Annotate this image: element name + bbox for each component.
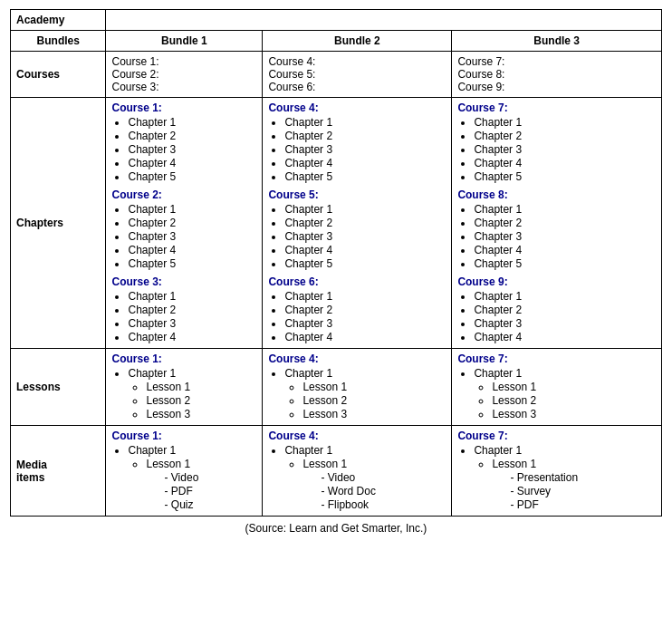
list-item: Lesson 2 — [302, 394, 446, 407]
lessons-row: Lessons Course 1: Chapter 1 Lesson 1 Les… — [11, 349, 662, 426]
bundles-header-row: Bundles Bundle 1 Bundle 2 Bundle 3 — [11, 31, 662, 52]
bundle3-header: Bundle 3 — [452, 31, 662, 52]
list-item: Chapter 2 — [128, 217, 256, 229]
lessons-b2-outer: Chapter 1 Lesson 1 Lesson 2 Lesson 3 — [268, 367, 446, 420]
chap-b3-c1-list: Chapter 1 Chapter 2 Chapter 3 Chapter 4 … — [457, 116, 656, 183]
list-item: Chapter 3 — [128, 230, 256, 243]
media-b3-course-label: Course 7: — [457, 430, 656, 442]
courses-bundle1: Course 1: Course 2: Course 3: — [106, 52, 263, 98]
list-item: Lesson 1 Video Word Doc Flipbook — [302, 458, 446, 511]
list-item: Flipbook — [321, 498, 446, 511]
list-item: Chapter 4 — [284, 331, 446, 343]
list-item: Chapter 5 — [284, 170, 446, 183]
list-item: Video — [321, 471, 446, 484]
list-item: Chapter 2 — [284, 130, 446, 142]
list-item: Chapter 3 — [284, 143, 446, 156]
list-item: Chapter 1 Lesson 1 Lesson 2 Lesson 3 — [128, 367, 256, 420]
list-item: Chapter 4 — [474, 244, 656, 256]
chap-b1-c3-label: Course 3: — [111, 275, 256, 288]
list-item: Quiz — [164, 498, 256, 511]
lessons-b2-inner: Lesson 1 Lesson 2 Lesson 3 — [284, 381, 446, 420]
chap-b1-course1: Course 1: Chapter 1 Chapter 2 Chapter 3 … — [111, 101, 256, 183]
list-item: Chapter 1 — [128, 203, 256, 216]
bundle1-header: Bundle 1 — [106, 31, 263, 52]
academy-row: Academy — [11, 10, 662, 31]
list-item: Chapter 5 — [128, 257, 256, 270]
chap-b2-course2: Course 5: Chapter 1 Chapter 2 Chapter 3 … — [268, 188, 446, 270]
list-item: Chapter 2 — [474, 304, 656, 316]
media-b1-course-label: Course 1: — [111, 430, 256, 442]
chap-b1-course3: Course 3: Chapter 1 Chapter 2 Chapter 3 … — [111, 275, 256, 343]
list-item: Chapter 3 — [474, 230, 656, 243]
chapters-row: Chapters Course 1: Chapter 1 Chapter 2 C… — [11, 98, 662, 349]
media-b2-course-label: Course 4: — [268, 430, 446, 442]
list-item: Lesson 1 — [146, 381, 256, 393]
chap-b2-c2-label: Course 5: — [268, 188, 446, 201]
list-item: Chapter 5 — [474, 170, 656, 183]
lessons-bundle1: Course 1: Chapter 1 Lesson 1 Lesson 2 Le… — [106, 349, 263, 426]
media-b2-lesson-list: Lesson 1 Video Word Doc Flipbook — [284, 458, 446, 511]
chap-b1-course2: Course 2: Chapter 1 Chapter 2 Chapter 3 … — [111, 188, 256, 270]
list-item: Chapter 1 Lesson 1 Presentation Survey P… — [474, 444, 656, 511]
lessons-b1-course-label: Course 1: — [111, 352, 256, 365]
media-b1-lesson-list: Lesson 1 Video PDF Quiz — [128, 458, 256, 511]
source-line: (Source: Learn and Get Smarter, Inc.) — [10, 522, 662, 535]
list-item: Chapter 3 — [284, 230, 446, 243]
list-item: PDF — [510, 498, 656, 511]
academy-label: Academy — [11, 10, 106, 31]
course-b2-3: Course 6: — [268, 81, 446, 93]
chap-b2-c3-list: Chapter 1 Chapter 2 Chapter 3 Chapter 4 — [268, 290, 446, 343]
chap-b3-c1-label: Course 7: — [457, 101, 656, 114]
list-item: Chapter 3 — [474, 317, 656, 330]
chap-b1-c1-label: Course 1: — [111, 101, 256, 114]
courses-bundle2: Course 4: Course 5: Course 6: — [263, 52, 452, 98]
lessons-b3-course-label: Course 7: — [457, 352, 656, 365]
list-item: Lesson 3 — [146, 408, 256, 420]
lessons-bundle2: Course 4: Chapter 1 Lesson 1 Lesson 2 Le… — [263, 349, 452, 426]
chap-b3-c2-label: Course 8: — [457, 188, 656, 201]
lessons-label: Lessons — [11, 349, 106, 426]
list-item: Chapter 1 — [128, 290, 256, 303]
list-item: Chapter 2 — [474, 217, 656, 229]
list-item: Chapter 1 Lesson 1 Lesson 2 Lesson 3 — [284, 367, 446, 420]
chapters-bundle1: Course 1: Chapter 1 Chapter 2 Chapter 3 … — [106, 98, 263, 349]
chap-b3-course3: Course 9: Chapter 1 Chapter 2 Chapter 3 … — [457, 275, 656, 343]
list-item: Lesson 1 — [492, 381, 656, 393]
list-item: Lesson 2 — [146, 394, 256, 407]
courses-bundle3: Course 7: Course 8: Course 9: — [452, 52, 662, 98]
media-b1-outer: Chapter 1 Lesson 1 Video PDF Quiz — [111, 444, 256, 511]
bundles-label: Bundles — [11, 31, 106, 52]
chapters-bundle3: Course 7: Chapter 1 Chapter 2 Chapter 3 … — [452, 98, 662, 349]
chapters-label: Chapters — [11, 98, 106, 349]
course-b2-1: Course 4: — [268, 55, 446, 68]
media-bundle2: Course 4: Chapter 1 Lesson 1 Video Word … — [263, 426, 452, 517]
chap-b2-c1-list: Chapter 1 Chapter 2 Chapter 3 Chapter 4 … — [268, 116, 446, 183]
chap-b1-c1-list: Chapter 1 Chapter 2 Chapter 3 Chapter 4 … — [111, 116, 256, 183]
list-item: Lesson 3 — [492, 408, 656, 420]
list-item: Chapter 4 — [128, 157, 256, 169]
list-item: Chapter 3 — [474, 143, 656, 156]
list-item: Chapter 4 — [474, 331, 656, 343]
media-b3-items: Presentation Survey PDF — [492, 471, 656, 511]
media-b3-lesson-list: Lesson 1 Presentation Survey PDF — [474, 458, 656, 511]
lessons-b2-course-label: Course 4: — [268, 352, 446, 365]
list-item: Lesson 3 — [302, 408, 446, 420]
list-item: Lesson 2 — [492, 394, 656, 407]
chap-b2-c3-label: Course 6: — [268, 275, 446, 288]
list-item: Chapter 4 — [128, 244, 256, 256]
list-item: Lesson 1 Video PDF Quiz — [146, 458, 256, 511]
lessons-b1-outer: Chapter 1 Lesson 1 Lesson 2 Lesson 3 — [111, 367, 256, 420]
media-b1-items: Video PDF Quiz — [146, 471, 256, 511]
course-b2-2: Course 5: — [268, 68, 446, 81]
media-b2-outer: Chapter 1 Lesson 1 Video Word Doc Flipbo… — [268, 444, 446, 511]
chapters-bundle2: Course 4: Chapter 1 Chapter 2 Chapter 3 … — [263, 98, 452, 349]
media-label: Media items — [11, 426, 106, 517]
list-item: Presentation — [510, 471, 656, 484]
list-item: Chapter 1 — [474, 203, 656, 216]
chap-b1-c2-list: Chapter 1 Chapter 2 Chapter 3 Chapter 4 … — [111, 203, 256, 270]
list-item: Chapter 1 Lesson 1 Video PDF Quiz — [128, 444, 256, 511]
list-item: Chapter 5 — [474, 257, 656, 270]
chap-b1-c3-list: Chapter 1 Chapter 2 Chapter 3 Chapter 4 — [111, 290, 256, 343]
list-item: Chapter 2 — [128, 304, 256, 316]
list-item: Chapter 1 — [284, 290, 446, 303]
